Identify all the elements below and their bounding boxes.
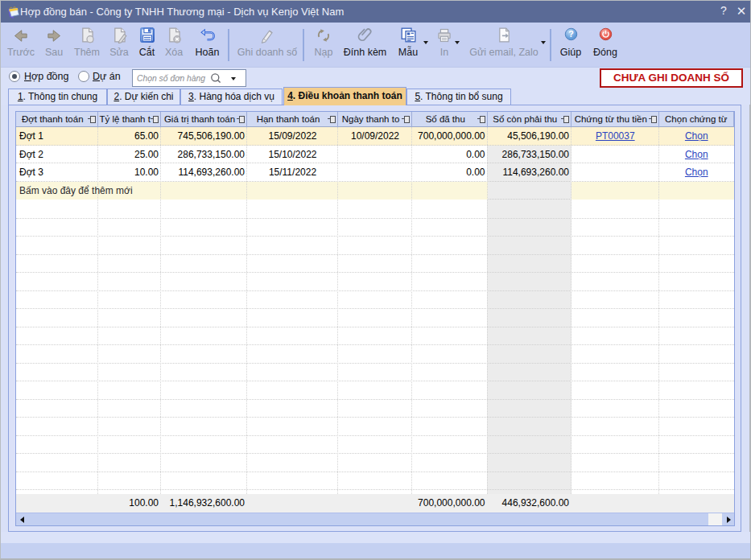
svg-text:?: ? bbox=[568, 29, 573, 39]
